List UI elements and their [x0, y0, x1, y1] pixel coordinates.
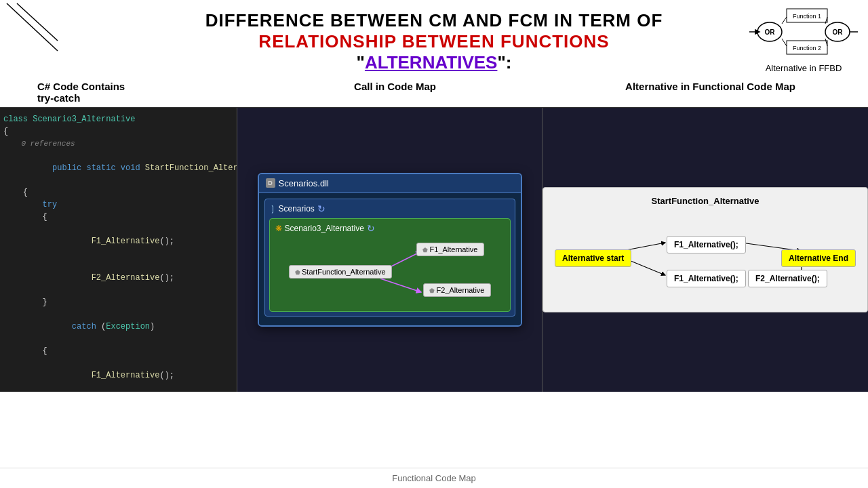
cm-namespace-title: ❳ Scenarios ↻: [269, 203, 511, 214]
title-line2: RELATIONSHIP BETWEEN FUNCTIONS: [14, 31, 854, 52]
ffbd-svg: OR OR Function 1 Function 2: [749, 3, 858, 61]
codemap-window: D Scenarios.dll ❳ Scenarios ↻ ❋ Scenario…: [258, 173, 522, 327]
svg-text:Function 2: Function 2: [793, 45, 821, 52]
svg-line-17: [380, 279, 421, 292]
refresh-namespace-icon[interactable]: ↻: [317, 203, 326, 214]
cm-node-start: ⬟ StartFunction_Alternative: [289, 265, 392, 279]
fcm-diagram: Alternative start F1_Alternative(); F1_A…: [551, 216, 859, 304]
cm-node-f2: ⬟ F2_Alternative: [423, 283, 490, 297]
codemap-title: Scenarios.dll: [279, 178, 329, 188]
dll-icon: D: [266, 178, 275, 188]
fcm-node-f1b: F1_Alternative();: [667, 270, 746, 287]
code-class: class Scenario3_Alternative: [3, 115, 135, 124]
title-block: DIFFERENCE BETWEEN CM AND FCM IN TERM OF…: [14, 7, 854, 74]
col-header-right: Alternative in Functional Code Map: [553, 77, 868, 107]
svg-text:OR: OR: [765, 28, 776, 36]
title-line1: DIFFERENCE BETWEEN CM AND FCM IN TERM OF: [14, 10, 854, 31]
title-line3: "ALTERNATIVES":: [14, 52, 854, 73]
cm-class-title: ❋ Scenario3_Alternative ↻: [275, 223, 505, 234]
svg-line-0: [7, 3, 58, 51]
title-alternatives: ALTERNATIVES: [365, 52, 497, 73]
ffbd-diagram: OR OR Function 1 Function 2: [749, 3, 858, 73]
svg-line-1: [17, 3, 58, 41]
cm-class: ❋ Scenario3_Alternative ↻: [269, 218, 511, 312]
cm-namespace: ❳ Scenarios ↻ ❋ Scenario3_Alternative ↻: [264, 199, 515, 317]
fcm-node-end: Alternative End: [781, 249, 856, 267]
cm-nodes: ⬟ StartFunction_Alternative ⬟ F1_Alterna…: [275, 239, 505, 307]
fcm-node-f2: F2_Alternative();: [748, 270, 827, 287]
column-headers: C# Code Contains try-catch Call in Code …: [0, 77, 868, 107]
codemap-body: ❳ Scenarios ↻ ❋ Scenario3_Alternative ↻: [259, 193, 521, 325]
fcm-title: StartFunction_Alternative: [551, 196, 859, 206]
map-panel: D Scenarios.dll ❳ Scenarios ↻ ❋ Scenario…: [237, 108, 542, 392]
col-header-mid: Call in Code Map: [237, 77, 553, 107]
svg-text:OR: OR: [833, 28, 844, 36]
ffbd-label: Alternative in FFBD: [749, 63, 858, 73]
footer-text: Functional Code Map: [392, 473, 476, 483]
col-header-left: C# Code Contains try-catch: [0, 77, 237, 107]
code-panel: class Scenario3_Alternative { 0 referenc…: [0, 108, 237, 392]
codemap-titlebar: D Scenarios.dll: [259, 174, 521, 193]
svg-line-10: [782, 17, 787, 24]
fcm-node-start: Alternative start: [555, 249, 631, 267]
fcm-node-f1: F1_Alternative();: [667, 236, 746, 253]
top-section: OR OR Function 1 Function 2: [0, 0, 868, 77]
cm-node-f1: ⬟ F1_Alternative: [416, 243, 484, 256]
footer: Functional Code Map: [0, 468, 868, 488]
main-content: class Scenario3_Alternative { 0 referenc…: [0, 107, 868, 392]
svg-text:Function 1: Function 1: [793, 13, 821, 20]
fcm-window: StartFunction_Alternative: [542, 187, 868, 312]
refresh-class-icon[interactable]: ↻: [367, 223, 375, 234]
decorative-lines: [0, 0, 61, 54]
fcm-panel: StartFunction_Alternative: [542, 108, 868, 392]
svg-line-11: [782, 39, 787, 46]
